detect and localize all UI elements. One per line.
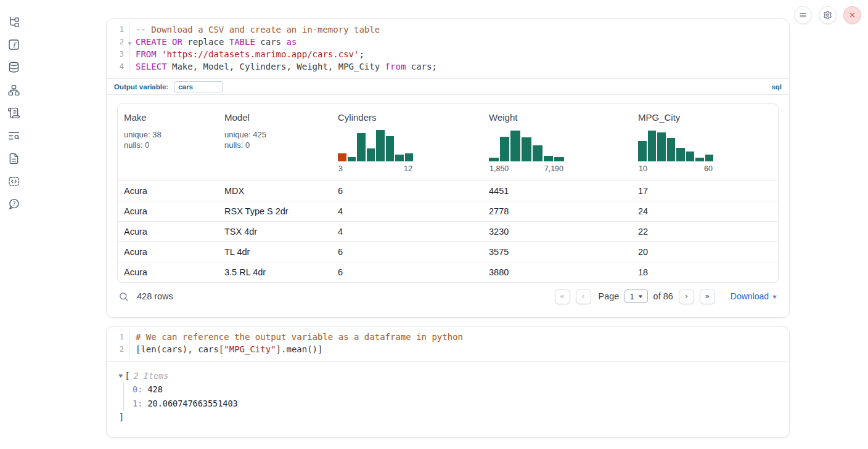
column-header-cylinders[interactable]: Cylinders312 (332, 112, 483, 173)
histogram-bar[interactable] (395, 155, 404, 161)
histogram-bar[interactable] (367, 148, 375, 161)
table-cell: 6 (332, 262, 483, 282)
page-select-value: 1 (629, 292, 634, 301)
histogram-bar[interactable] (348, 157, 356, 161)
histogram-bar[interactable] (510, 131, 520, 161)
code-token: [len(cars), cars[ (136, 344, 224, 354)
table-cell: 22 (632, 222, 778, 241)
datasources-icon[interactable] (7, 60, 20, 74)
code-token (167, 37, 172, 47)
tree-entry-value: 20.060747663551403 (142, 398, 237, 408)
first-page-button[interactable]: « (555, 289, 570, 304)
code-token: ; (359, 49, 364, 59)
menu-button[interactable] (794, 6, 812, 24)
python-code-editor[interactable]: 1# We can reference the output variable … (107, 326, 789, 361)
code-token: cars; (406, 62, 437, 71)
table-row[interactable]: AcuraTL 4dr6357520 (118, 241, 778, 262)
table-cell: 3230 (483, 222, 632, 241)
histogram-bar[interactable] (554, 157, 564, 161)
code-token: "MPG_City" (224, 344, 276, 354)
histogram-bars (489, 128, 564, 161)
functions-icon[interactable]: f (7, 38, 20, 51)
histogram-bars (638, 128, 713, 161)
histogram-bar[interactable] (657, 132, 666, 161)
histogram-bar[interactable] (376, 130, 385, 161)
table-cell: RSX Type S 2dr (218, 201, 332, 221)
table-cell: 3575 (483, 242, 632, 262)
tree-head: ▼ [ 2 Items (119, 369, 777, 382)
file-tree-icon[interactable] (7, 15, 20, 28)
table-row[interactable]: AcuraRSX Type S 2dr4277824 (118, 201, 778, 221)
column-header-model[interactable]: Modelunique: 425nulls: 0 (218, 112, 332, 150)
histogram-bar[interactable] (489, 158, 499, 161)
column-header-weight[interactable]: Weight1,8507,190 (483, 112, 632, 173)
histogram-bar[interactable] (638, 141, 647, 161)
histogram-bar[interactable] (695, 158, 704, 161)
gear-icon (823, 10, 832, 20)
column-histogram[interactable]: 1,8507,190 (489, 128, 564, 173)
collapse-chevron-icon[interactable]: ▼ (118, 373, 123, 379)
table-cell: 20 (632, 242, 778, 262)
column-header-mpg_city[interactable]: MPG_City1060 (632, 112, 778, 173)
last-page-button[interactable]: » (700, 289, 715, 304)
histogram-bar[interactable] (500, 137, 510, 161)
column-histogram[interactable]: 312 (338, 128, 413, 173)
table-row[interactable]: Acura3.5 RL 4dr6388018 (118, 262, 778, 282)
histogram-bar[interactable] (357, 133, 366, 161)
documentation-icon[interactable] (7, 152, 20, 165)
histogram-bar[interactable] (522, 137, 531, 161)
code-line: 4SELECT Make, Model, Cylinders, Weight, … (107, 60, 789, 73)
help-icon[interactable]: ? (7, 197, 20, 211)
histogram-bar[interactable] (386, 136, 395, 161)
download-label: Download (731, 291, 769, 301)
axis-max-label: 60 (704, 164, 713, 173)
prev-page-button[interactable]: ‹ (576, 289, 591, 304)
histogram-bar[interactable] (405, 153, 414, 162)
code-line: 2▼CREATE OR replace TABLE cars as (107, 36, 789, 48)
histogram-bar[interactable] (705, 155, 714, 161)
table-cell: 6 (332, 181, 483, 201)
line-number: 4 (107, 62, 127, 71)
histogram-bars (338, 128, 413, 161)
code-token: cars (255, 37, 287, 47)
search-icon[interactable] (118, 291, 129, 302)
table-cell: Acura (118, 262, 218, 282)
column-label: Weight (489, 112, 632, 123)
scratchpad-icon[interactable] (7, 106, 20, 119)
topbar-controls (794, 6, 861, 24)
next-page-button[interactable]: › (679, 289, 694, 304)
histogram-bar[interactable] (686, 152, 695, 161)
fold-chevron-icon[interactable]: ▼ (128, 41, 131, 46)
table-cell: MDX (218, 181, 332, 201)
histogram-bar[interactable] (667, 138, 676, 161)
table-row[interactable]: AcuraMDX6445117 (118, 180, 778, 201)
column-histogram[interactable]: 1060 (638, 128, 713, 173)
histogram-bar[interactable] (676, 148, 685, 161)
pagination: « ‹ Page 1 ▼ of 86 › » Download ▼ (555, 289, 777, 304)
table-search-icon[interactable] (7, 129, 20, 142)
tree-entries: 0: 4281: 20.060747663551403 (123, 382, 777, 411)
histogram-bar[interactable] (533, 145, 542, 161)
settings-button[interactable] (819, 6, 837, 24)
histogram-bar[interactable] (338, 153, 346, 161)
page-select[interactable]: 1 ▼ (624, 289, 647, 303)
histogram-bar[interactable] (544, 156, 554, 161)
axis-max-label: 12 (404, 164, 412, 173)
shutdown-button[interactable] (843, 6, 861, 24)
sql-code-editor[interactable]: 1-- Download a CSV and create an in-memo… (107, 19, 789, 78)
column-label: Make (124, 112, 218, 123)
dependency-graph-icon[interactable] (7, 83, 20, 97)
code-token: # We can reference the output variable a… (136, 332, 463, 342)
output-variable-input[interactable] (174, 81, 223, 92)
table-row[interactable]: AcuraTSX 4dr4323022 (118, 221, 778, 241)
table-cell: 6 (332, 242, 483, 262)
histogram-bar[interactable] (648, 131, 657, 161)
code-token: ].mean()] (276, 344, 323, 354)
download-button[interactable]: Download ▼ (731, 291, 777, 301)
column-header-make[interactable]: Makeunique: 38nulls: 0 (118, 112, 218, 150)
language-badge[interactable]: sql (771, 83, 782, 91)
stat-nulls: nulls: 0 (224, 140, 332, 150)
table-cell: Acura (118, 242, 218, 262)
snippets-icon[interactable] (7, 174, 20, 188)
axis-min-label: 1,850 (489, 164, 509, 173)
